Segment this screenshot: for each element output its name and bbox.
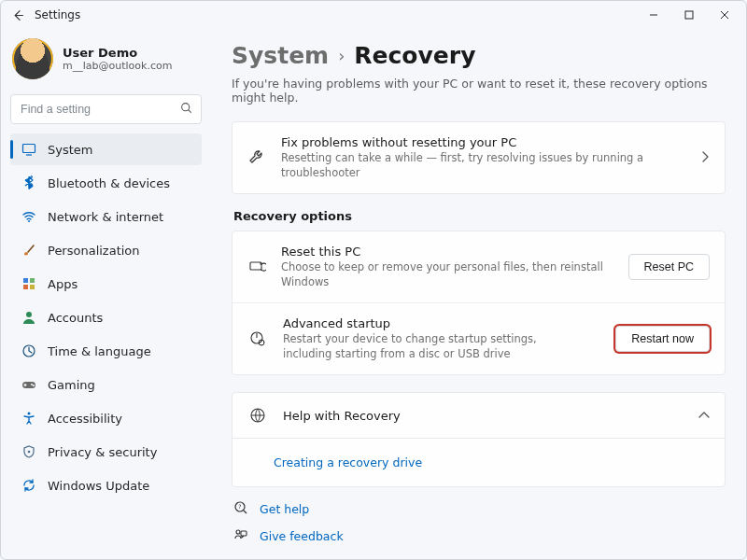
help-title: Help with Recovery [283,409,401,423]
sidebar-item-privacy[interactable]: Privacy & security [10,436,202,468]
close-button[interactable] [707,2,742,28]
system-icon [21,142,36,157]
reset-desc: Choose to keep or remove your personal f… [281,260,613,289]
minimize-icon [649,10,658,20]
advanced-text: Advanced startup Restart your device to … [283,316,544,361]
sidebar-item-personalization[interactable]: Personalization [10,234,202,266]
feedback-icon [233,527,248,545]
sidebar-item-system[interactable]: System [10,133,202,165]
page-subtitle: If you're having problems with your PC o… [232,77,726,105]
minimize-button[interactable] [636,2,671,28]
maximize-button[interactable] [671,2,707,28]
give-feedback-link[interactable]: Give feedback [233,527,726,545]
svg-rect-4 [23,278,28,283]
svg-point-11 [31,384,33,385]
chevron-right-icon [700,151,710,165]
avatar [12,38,53,79]
accessibility-icon [21,411,36,426]
fix-desc: Resetting can take a while — first, try … [281,151,685,180]
power-gear-icon [247,329,268,348]
restart-now-button[interactable]: Restart now [615,326,710,352]
svg-point-8 [26,312,32,317]
svg-rect-15 [250,262,261,270]
main-panel: System › Recovery If you're having probl… [211,29,746,559]
profile-text: User Demo m__lab@outlook.com [63,46,172,72]
reset-text: Reset this PC Choose to keep or remove y… [281,245,613,289]
bluetooth-icon [21,175,36,190]
advanced-desc: Restart your device to change startup se… [283,332,544,361]
apps-icon [21,276,36,291]
sidebar-item-update[interactable]: Windows Update [10,469,202,501]
arrow-left-icon [12,9,24,21]
svg-point-1 [182,104,190,111]
sidebar-item-accessibility[interactable]: Accessibility [10,402,202,434]
sidebar-item-network[interactable]: Network & internet [10,201,202,232]
sidebar-item-bluetooth[interactable]: Bluetooth & devices [10,167,202,199]
svg-point-12 [33,385,35,386]
footer-links: ? Get help Give feedback [232,500,726,545]
brush-icon [21,243,36,258]
wifi-icon [21,209,36,224]
nav-label: Time & language [48,344,151,358]
sidebar-item-accounts[interactable]: Accounts [10,301,202,333]
get-help-link[interactable]: ? Get help [233,500,726,518]
wrench-icon [247,148,266,167]
nav-label: Accessibility [48,412,122,426]
svg-point-21 [236,530,240,534]
chevron-up-icon [698,409,710,423]
recovery-drive-link[interactable]: Creating a recovery drive [274,455,422,469]
nav-label: Windows Update [48,479,149,493]
breadcrumb-parent[interactable]: System [232,42,329,69]
nav-label: System [48,143,92,157]
svg-rect-22 [241,531,247,536]
person-icon [21,310,36,325]
gamepad-icon [21,377,36,392]
search-icon [180,102,192,117]
profile-block[interactable]: User Demo m__lab@outlook.com [10,35,202,94]
maximize-icon [684,10,694,20]
app-title: Settings [35,8,80,21]
clock-globe-icon [21,343,36,358]
sidebar-item-apps[interactable]: Apps [10,268,202,300]
fix-text: Fix problems without resetting your PC R… [281,135,685,180]
help-title-wrap: Help with Recovery [283,409,401,423]
nav-label: Bluetooth & devices [48,176,170,190]
content-area: User Demo m__lab@outlook.com System Blue… [1,29,746,559]
profile-name: User Demo [63,46,172,60]
close-icon [720,10,729,20]
shield-icon [21,444,36,459]
profile-email: m__lab@outlook.com [63,60,172,72]
search-input-wrap [10,94,202,124]
nav-label: Personalization [48,244,140,258]
svg-rect-7 [30,285,35,289]
nav-label: Network & internet [48,210,163,224]
breadcrumb: System › Recovery [232,42,726,69]
svg-rect-5 [30,278,35,283]
back-button[interactable] [5,2,31,28]
breadcrumb-sep: › [338,46,345,65]
help-header-row[interactable]: Help with Recovery [233,393,725,438]
advanced-title: Advanced startup [283,316,544,330]
help-link-row: Creating a recovery drive [233,438,725,486]
sidebar: User Demo m__lab@outlook.com System Blue… [1,29,211,559]
reset-pc-button[interactable]: Reset PC [628,254,711,280]
globe-icon [247,406,268,425]
fix-problems-card[interactable]: Fix problems without resetting your PC R… [232,121,726,194]
svg-point-3 [28,220,30,222]
settings-window: Settings User Demo m__lab@outlook.com [0,0,747,560]
svg-point-13 [28,413,31,415]
search-input[interactable] [10,94,202,124]
title-bar: Settings [1,1,746,29]
reset-title: Reset this PC [281,245,613,259]
fix-title: Fix problems without resetting your PC [281,135,685,149]
recovery-options-group: Reset this PC Choose to keep or remove y… [232,231,726,375]
window-controls [636,2,742,28]
sidebar-item-gaming[interactable]: Gaming [10,369,202,400]
nav-label: Gaming [48,378,95,392]
sidebar-item-time[interactable]: Time & language [10,335,202,367]
nav-label: Apps [48,277,78,291]
svg-rect-0 [685,11,693,19]
nav-label: Accounts [48,311,103,325]
svg-rect-2 [23,145,35,153]
svg-point-14 [28,451,31,454]
